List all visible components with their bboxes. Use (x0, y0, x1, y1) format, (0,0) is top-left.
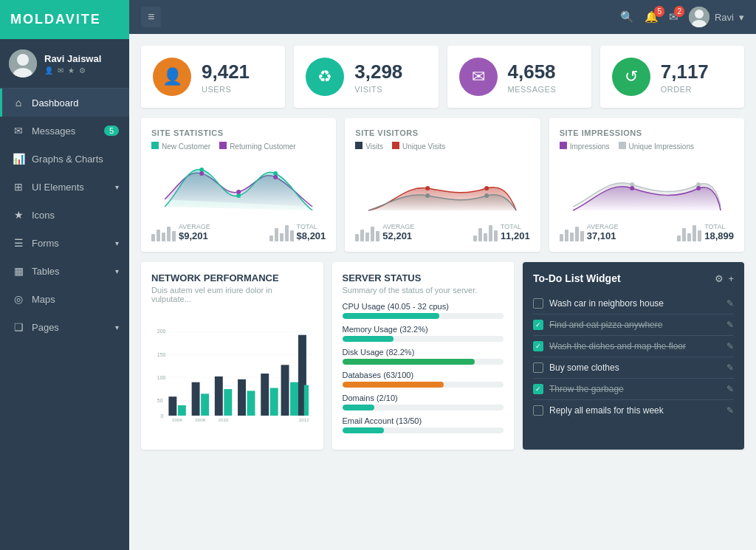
progress-fill-2 (343, 359, 475, 365)
progress-bar-5 (343, 427, 504, 433)
todo-edit-icon-1[interactable]: ✎ (726, 320, 734, 330)
site-impressions-legend: Impressions Unique Impressions (560, 142, 734, 151)
legend-returning-customer: Returning Customer (219, 142, 295, 151)
todo-text-1: Find and eat pizza anywhere (549, 320, 721, 330)
messages-button[interactable]: ✉ 2 (669, 10, 678, 24)
top-user-avatar (689, 7, 709, 27)
todo-text-4: Throw the garbage (549, 384, 721, 394)
arrow-pages: ▾ (115, 323, 119, 331)
server-label-5: Email Account (13/50) (343, 416, 504, 425)
arrow-tables: ▾ (115, 267, 119, 275)
sidebar-item-graphs[interactable]: 📊 Graphs & Charts (0, 145, 129, 173)
stat-value-3: 7,117 (661, 61, 709, 83)
todo-checkbox-1[interactable]: ✓ (533, 320, 543, 330)
stat-icon-3: ↺ (612, 58, 650, 96)
svg-point-18 (630, 186, 634, 190)
svg-point-15 (484, 193, 489, 198)
sidebar-item-label: Messages (32, 126, 75, 137)
search-button[interactable]: 🔍 (620, 10, 634, 24)
sidebar-item-maps[interactable]: ◎ Maps (0, 285, 129, 313)
stat-card-visits: ♻ 3,298 VISITS (294, 46, 438, 108)
todo-checkbox-0[interactable] (533, 298, 543, 309)
svg-point-14 (425, 193, 430, 198)
todo-items-list: Wash car in neighbors house ✎ ✓ Find and… (533, 293, 734, 421)
progress-bar-0 (343, 313, 504, 319)
site-impressions-title: SITE IMPRESSIONS (560, 128, 734, 137)
stat-label-1: VISITS (354, 85, 402, 94)
todo-header: To-Do List Widget ⚙ + (533, 272, 734, 284)
svg-text:2012: 2012 (299, 417, 309, 422)
badge-messages: 5 (104, 126, 119, 136)
site-statistics-footer: AVERAGE $9,201 TOTAL (151, 223, 326, 241)
sidebar-item-messages[interactable]: ✉ Messages 5 (0, 117, 129, 145)
site-visitors-legend: Visits Unique Visits (355, 142, 529, 151)
todo-widget: To-Do List Widget ⚙ + Wash car in neighb… (523, 262, 744, 450)
stat-label-3: ORDER (661, 85, 709, 94)
todo-edit-icon-0[interactable]: ✎ (726, 298, 734, 309)
svg-point-11 (273, 175, 278, 179)
sidebar-item-label: Dashboard (32, 97, 79, 109)
stat-icon-0: 👤 (153, 58, 191, 96)
site-impressions-footer: AVERAGE 37,101 TOTAL (560, 223, 734, 241)
settings-icon[interactable]: ⚙ (79, 66, 86, 75)
todo-checkbox-4[interactable]: ✓ (533, 384, 543, 394)
svg-rect-41 (290, 382, 298, 416)
site-visitors-footer: AVERAGE 52,201 TOTAL (355, 223, 529, 241)
site-impressions-card: SITE IMPRESSIONS Impressions Unique Impr… (549, 118, 744, 252)
svg-text:100: 100 (157, 375, 166, 380)
site-statistics-title: SITE STATISTICS (151, 128, 326, 137)
stat-icon-1: ♻ (306, 58, 344, 96)
menu-toggle-button[interactable]: ≡ (141, 7, 161, 27)
todo-text-2: Wash the dishes and map the floor (549, 341, 721, 351)
brand-logo: MOLDAVITE (0, 0, 129, 39)
svg-text:50: 50 (157, 398, 163, 403)
sidebar-item-label: Tables (32, 266, 60, 277)
todo-edit-icon-2[interactable]: ✎ (726, 341, 734, 351)
svg-rect-43 (304, 385, 309, 416)
sidebar-item-dashboard[interactable]: ⌂ Dashboard (0, 89, 129, 117)
charts-row: SITE STATISTICS New Customer Returning C… (141, 118, 744, 252)
todo-checkbox-3[interactable] (533, 362, 543, 373)
mail-icon[interactable]: ✉ (58, 66, 63, 75)
sidebar-item-icons[interactable]: ★ Icons (0, 201, 129, 229)
user-icon[interactable]: 👤 (44, 66, 53, 75)
server-label-1: Memory Usage (32.2%) (343, 325, 504, 334)
progress-fill-5 (343, 427, 385, 433)
topbar: ≡ 🔍 🔔 5 ✉ 2 Ravi ▾ (129, 0, 756, 34)
todo-item-1: ✓ Find and eat pizza anywhere ✎ (533, 314, 734, 336)
todo-checkbox-5[interactable] (533, 405, 543, 416)
todo-edit-icon-4[interactable]: ✎ (726, 384, 734, 394)
svg-rect-31 (178, 405, 186, 416)
svg-rect-33 (201, 393, 209, 416)
star-icon[interactable]: ★ (68, 66, 75, 75)
legend-impressions: Impressions (560, 142, 610, 151)
sidebar-item-ui[interactable]: ⊞ UI Elements ▾ (0, 173, 129, 201)
site-statistics-legend: New Customer Returning Customer (151, 142, 326, 151)
mail-badge: 2 (674, 6, 684, 17)
svg-rect-30 (168, 396, 176, 416)
progress-bar-4 (343, 405, 504, 410)
visitors-total-bars (473, 224, 498, 241)
sidebar-item-pages[interactable]: ❏ Pages ▾ (0, 313, 129, 341)
sidebar-item-tables[interactable]: ▦ Tables ▾ (0, 257, 129, 285)
top-user-name: Ravi (715, 12, 734, 23)
sidebar-item-label: Pages (32, 322, 59, 333)
server-row-0: CPU Usage (40.05 - 32 cpus) (343, 302, 504, 319)
impressions-total-bars (677, 224, 701, 241)
pages-icon: ❏ (13, 321, 24, 333)
main-content: 👤 9,421 USERS ♻ 3,298 VISITS ✉ 4,658 MES… (129, 34, 756, 550)
todo-add-icon[interactable]: + (728, 273, 734, 284)
sidebar-item-forms[interactable]: ☰ Forms ▾ (0, 229, 129, 257)
sidebar-nav: ⌂ Dashboard ✉ Messages 5 📊 Graphs & Char… (0, 89, 129, 550)
todo-item-0: Wash car in neighbors house ✎ (533, 293, 734, 314)
todo-edit-icon-5[interactable]: ✎ (726, 405, 734, 416)
svg-text:150: 150 (157, 352, 166, 357)
todo-edit-icon-3[interactable]: ✎ (726, 362, 734, 373)
sidebar-item-label: UI Elements (32, 182, 84, 193)
todo-checkbox-2[interactable]: ✓ (533, 341, 543, 351)
maps-icon: ◎ (13, 293, 24, 305)
user-menu-button[interactable]: Ravi ▾ (689, 7, 744, 27)
todo-settings-icon[interactable]: ⚙ (715, 273, 724, 284)
notifications-button[interactable]: 🔔 5 (645, 10, 659, 24)
sidebar-user-profile: Ravi Jaiswal 👤 ✉ ★ ⚙ (0, 39, 129, 89)
